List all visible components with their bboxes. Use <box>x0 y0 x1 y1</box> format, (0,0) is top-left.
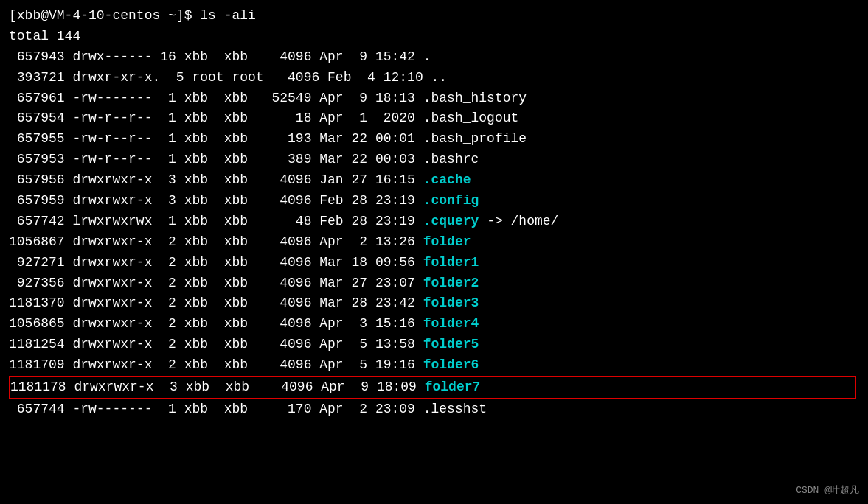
table-row: 1181178 drwxrwxr-x 3 xbb xbb 4096 Apr 9 … <box>9 376 856 399</box>
row-meta: 657956 drwxrwxr-x 3 xbb xbb 4096 Jan 27 … <box>9 170 423 191</box>
table-row: 657742 lrwxrwxrwx 1 xbb xbb 48 Feb 28 23… <box>9 211 859 232</box>
row-meta: 657959 drwxrwxr-x 3 xbb xbb 4096 Feb 28 … <box>9 191 423 211</box>
table-row: 1181709 drwxrwxr-x 2 xbb xbb 4096 Apr 5 … <box>9 355 859 376</box>
row-meta: 657742 lrwxrwxrwx 1 xbb xbb 48 Feb 28 23… <box>9 211 423 232</box>
table-row: 657961 -rw------- 1 xbb xbb 52549 Apr 9 … <box>9 88 859 109</box>
row-filename: folder1 <box>423 253 479 273</box>
row-filename: .. <box>431 68 448 88</box>
row-filename: .bashrc <box>423 150 479 170</box>
row-meta: 657961 -rw------- 1 xbb xbb 52549 Apr 9 … <box>9 88 423 109</box>
row-meta: 1181254 drwxrwxr-x 2 xbb xbb 4096 Apr 5 … <box>9 335 423 355</box>
row-filename: folder <box>423 232 471 253</box>
table-row: 657953 -rw-r--r-- 1 xbb xbb 389 Mar 22 0… <box>9 150 859 170</box>
table-row: 657955 -rw-r--r-- 1 xbb xbb 193 Mar 22 0… <box>9 129 859 150</box>
row-filename: folder3 <box>423 293 479 314</box>
row-meta: 657744 -rw------- 1 xbb xbb 170 Apr 2 23… <box>9 399 423 420</box>
terminal: [xbb@VM-4-10-centos ~]$ ls -ali total 14… <box>0 0 868 426</box>
row-meta: 927271 drwxrwxr-x 2 xbb xbb 4096 Mar 18 … <box>9 253 423 273</box>
row-meta: 1056867 drwxrwxr-x 2 xbb xbb 4096 Apr 2 … <box>9 232 423 253</box>
table-row: 657959 drwxrwxr-x 3 xbb xbb 4096 Feb 28 … <box>9 191 859 211</box>
row-filename: folder7 <box>425 377 481 398</box>
row-filename: . <box>423 47 431 68</box>
row-filename: .lesshst <box>423 399 487 420</box>
row-suffix: -> /home/ <box>479 211 558 232</box>
row-filename: folder6 <box>423 355 479 376</box>
row-meta: 657955 -rw-r--r-- 1 xbb xbb 193 Mar 22 0… <box>9 129 423 150</box>
table-row: 657954 -rw-r--r-- 1 xbb xbb 18 Apr 1 202… <box>9 108 859 129</box>
row-filename: .bash_profile <box>423 129 527 150</box>
row-meta: 657953 -rw-r--r-- 1 xbb xbb 389 Mar 22 0… <box>9 150 423 170</box>
table-row: 1181370 drwxrwxr-x 2 xbb xbb 4096 Mar 28… <box>9 293 859 314</box>
row-filename: .bash_history <box>423 88 527 109</box>
table-row: 927356 drwxrwxr-x 2 xbb xbb 4096 Mar 27 … <box>9 273 859 294</box>
table-row: 1181254 drwxrwxr-x 2 xbb xbb 4096 Apr 5 … <box>9 335 859 355</box>
row-filename: .config <box>423 191 479 211</box>
row-meta: 927356 drwxrwxr-x 2 xbb xbb 4096 Mar 27 … <box>9 273 423 294</box>
row-meta: 1056865 drwxrwxr-x 2 xbb xbb 4096 Apr 3 … <box>9 314 423 335</box>
table-row: 657744 -rw------- 1 xbb xbb 170 Apr 2 23… <box>9 399 859 420</box>
prompt-line: [xbb@VM-4-10-centos ~]$ ls -ali <box>9 6 859 27</box>
total-line: total 144 <box>9 27 859 47</box>
watermark: CSDN @叶超凡 <box>796 483 859 498</box>
table-row: 657943 drwx------ 16 xbb xbb 4096 Apr 9 … <box>9 47 859 68</box>
table-row: 1056865 drwxrwxr-x 2 xbb xbb 4096 Apr 3 … <box>9 314 859 335</box>
row-meta: 393721 drwxr-xr-x. 5 root root 4096 Feb … <box>9 68 431 88</box>
file-list: 657943 drwx------ 16 xbb xbb 4096 Apr 9 … <box>9 47 859 420</box>
row-filename: .bash_logout <box>423 108 519 129</box>
row-filename: .cache <box>423 170 471 191</box>
row-meta: 1181370 drwxrwxr-x 2 xbb xbb 4096 Mar 28… <box>9 293 423 314</box>
table-row: 393721 drwxr-xr-x. 5 root root 4096 Feb … <box>9 68 859 88</box>
row-meta: 1181178 drwxrwxr-x 3 xbb xbb 4096 Apr 9 … <box>10 377 425 398</box>
row-meta: 657954 -rw-r--r-- 1 xbb xbb 18 Apr 1 202… <box>9 108 423 129</box>
total-text: total 144 <box>9 27 80 47</box>
prompt-text: [xbb@VM-4-10-centos ~]$ ls -ali <box>9 6 256 27</box>
table-row: 1056867 drwxrwxr-x 2 xbb xbb 4096 Apr 2 … <box>9 232 859 253</box>
row-filename: folder2 <box>423 273 479 294</box>
row-filename: .cquery <box>423 211 479 232</box>
row-meta: 657943 drwx------ 16 xbb xbb 4096 Apr 9 … <box>9 47 423 68</box>
row-meta: 1181709 drwxrwxr-x 2 xbb xbb 4096 Apr 5 … <box>9 355 423 376</box>
table-row: 927271 drwxrwxr-x 2 xbb xbb 4096 Mar 18 … <box>9 253 859 273</box>
row-filename: folder4 <box>423 314 479 335</box>
table-row: 657956 drwxrwxr-x 3 xbb xbb 4096 Jan 27 … <box>9 170 859 191</box>
row-filename: folder5 <box>423 335 479 355</box>
